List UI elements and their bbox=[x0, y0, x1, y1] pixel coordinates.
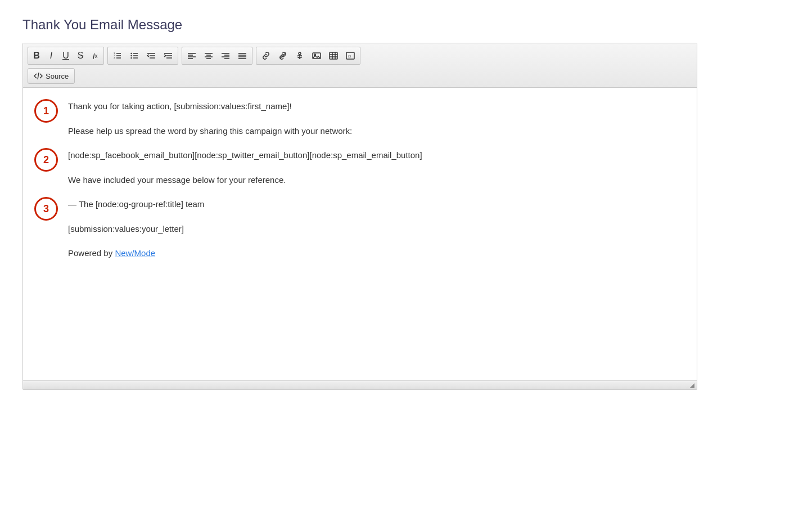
svg-point-35 bbox=[299, 52, 301, 55]
toolbar-group-formatting: B I U S Ix bbox=[28, 47, 104, 65]
resize-handle[interactable] bbox=[23, 380, 697, 389]
toolbar-group-insert: Ω bbox=[256, 47, 360, 65]
toolbar-group-alignment bbox=[182, 47, 252, 65]
paragraph-1: 1 Thank you for taking action, [submissi… bbox=[68, 99, 680, 114]
strikethrough-button[interactable]: S bbox=[74, 48, 87, 63]
outdent-button[interactable] bbox=[143, 48, 159, 63]
toolbar-row-2: Source bbox=[28, 68, 692, 84]
paragraph-7-prefix: Powered by bbox=[68, 248, 115, 258]
paragraph-3: 2 [node:sp_facebook_email_button][node:s… bbox=[68, 148, 680, 163]
toolbar: B I U S Ix 1 2 3 bbox=[23, 43, 697, 88]
paragraph-6: [submission:values:your_letter] bbox=[68, 222, 680, 236]
svg-point-10 bbox=[130, 55, 132, 56]
svg-point-11 bbox=[130, 57, 132, 59]
paragraph-6-text: [submission:values:your_letter] bbox=[68, 224, 184, 234]
paragraph-5-text: — The [node:og-group-ref:title] team bbox=[68, 199, 204, 209]
annotation-circle-3: 3 bbox=[34, 197, 58, 221]
annotation-circle-2: 2 bbox=[34, 148, 58, 172]
paragraph-2-text: Please help us spread the word by sharin… bbox=[68, 126, 352, 136]
paragraph-1-text: Thank you for taking action, [submission… bbox=[68, 101, 292, 111]
clear-format-button[interactable]: Ix bbox=[88, 48, 102, 63]
indent-button[interactable] bbox=[160, 48, 176, 63]
newmode-link[interactable]: New/Mode bbox=[115, 248, 155, 258]
svg-rect-40 bbox=[330, 52, 337, 59]
insert-table-button[interactable] bbox=[326, 48, 341, 63]
page-title: Thank You Email Message bbox=[22, 17, 790, 33]
svg-line-47 bbox=[38, 73, 39, 79]
remove-link-button[interactable] bbox=[275, 48, 291, 63]
ordered-list-button[interactable]: 1 2 3 bbox=[110, 48, 125, 63]
bold-button[interactable]: B bbox=[30, 48, 43, 63]
svg-text:3: 3 bbox=[114, 56, 115, 59]
annotation-circle-1: 1 bbox=[34, 99, 58, 123]
source-button[interactable]: Source bbox=[28, 68, 75, 84]
underline-button[interactable]: U bbox=[59, 48, 73, 63]
italic-button[interactable]: I bbox=[44, 48, 58, 63]
toolbar-row-1: B I U S Ix 1 2 3 bbox=[28, 47, 692, 65]
align-justify-button[interactable] bbox=[234, 48, 250, 63]
paragraph-7: Powered by New/Mode bbox=[68, 246, 680, 261]
content-area[interactable]: 1 Thank you for taking action, [submissi… bbox=[23, 88, 697, 380]
source-label: Source bbox=[46, 72, 69, 80]
paragraph-3-text: [node:sp_facebook_email_button][node:sp_… bbox=[68, 150, 422, 160]
align-right-button[interactable] bbox=[218, 48, 233, 63]
special-char-button[interactable]: Ω bbox=[342, 48, 358, 63]
resize-triangle-icon bbox=[690, 383, 694, 388]
editor-container: B I U S Ix 1 2 3 bbox=[22, 43, 697, 390]
paragraph-5: 3 — The [node:og-group-ref:title] team bbox=[68, 197, 680, 212]
unordered-list-button[interactable] bbox=[127, 48, 142, 63]
paragraph-2: Please help us spread the word by sharin… bbox=[68, 124, 680, 138]
insert-image-button[interactable] bbox=[309, 48, 324, 63]
svg-text:Ω: Ω bbox=[348, 54, 351, 59]
align-left-button[interactable] bbox=[184, 48, 200, 63]
paragraph-4: We have included your message below for … bbox=[68, 173, 680, 187]
anchor-button[interactable] bbox=[292, 48, 308, 63]
align-center-button[interactable] bbox=[201, 48, 216, 63]
svg-point-9 bbox=[130, 53, 132, 54]
paragraph-4-text: We have included your message below for … bbox=[68, 175, 286, 185]
toolbar-group-lists: 1 2 3 bbox=[107, 47, 178, 65]
insert-link-button[interactable] bbox=[258, 48, 274, 63]
